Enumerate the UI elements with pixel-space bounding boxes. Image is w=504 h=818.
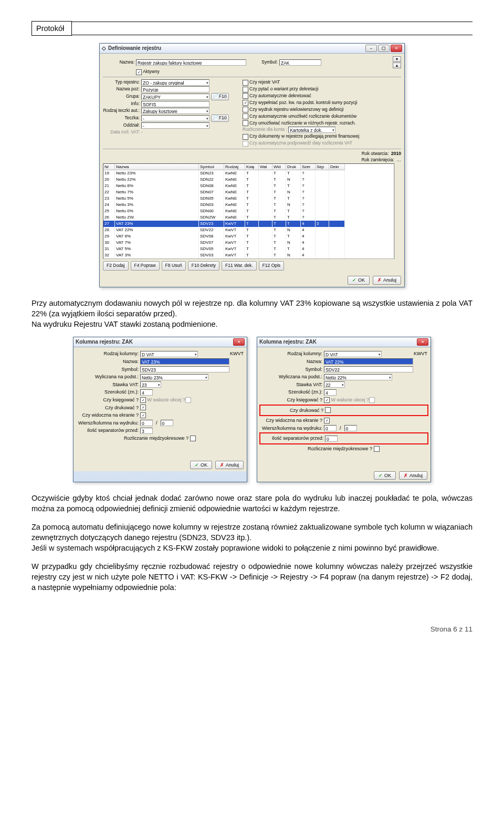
table-scrollbar[interactable] <box>394 163 401 259</box>
toolbar-button[interactable]: F4 Popraw <box>131 261 160 271</box>
paragraph-1: Przy automatycznym dodawaniu nowych pól … <box>32 298 472 330</box>
toolbar-button[interactable]: F12 Opis <box>259 261 285 271</box>
table-row[interactable]: 28VAT 22%SDV22KwVTTTN4 <box>103 227 394 233</box>
checkbox[interactable]: Czy pytać o wariant przy dekretacji <box>243 86 318 92</box>
table-row[interactable]: 21Netto 8%SDN08KwNETTT? <box>103 183 394 189</box>
checkbox[interactable] <box>190 436 196 441</box>
checkbox[interactable]: Czy rejestr VAT <box>243 79 280 86</box>
table-row[interactable]: 30VAT 7%SDV07KwVTTTN4 <box>103 240 394 246</box>
checkbox[interactable]: ✓ <box>324 397 330 403</box>
checkbox[interactable]: ✓ <box>140 397 146 403</box>
arrow-down-button[interactable]: ▼ <box>393 56 401 62</box>
table-row[interactable]: 27VAT 23%SDV23KwVTTTT43 <box>103 221 394 227</box>
dialog-kolumna-rejestru: Kolumna rejestru: ZAK×Rodzaj kolumny:D V… <box>73 337 247 482</box>
toolbar-button[interactable]: F8 Usuń <box>162 261 186 271</box>
checkbox[interactable]: ✓ <box>140 412 146 418</box>
table-row[interactable]: 22Netto 7%SDN07KwNETTN? <box>103 189 394 195</box>
window-title: Definiowanie rejestru <box>108 45 161 52</box>
close-button[interactable]: × <box>417 338 428 346</box>
checkbox[interactable]: ✓Czy wypełniać poz. kw. na podst. kontro… <box>243 100 358 106</box>
input-symbol[interactable]: ZAK <box>279 59 321 66</box>
input-nazwa[interactable]: Rejestr zakupu faktury kosztowe <box>136 59 246 66</box>
f10-button-1[interactable]: 📄F10 <box>211 93 229 100</box>
checkbox[interactable]: Czy dokumenty w rejestrze podlegają prem… <box>243 133 359 140</box>
table-row[interactable]: 32VAT 3%SDV03KwVTTTN4 <box>103 252 394 258</box>
table-row[interactable]: 29VAT 8%SDV08KwVTTTT4 <box>103 233 394 240</box>
checkbox[interactable] <box>325 407 331 413</box>
ok-button[interactable]: ✓OK <box>190 461 212 470</box>
close-button[interactable]: × <box>391 45 402 52</box>
checkbox: Czy automatyczna podpowiedź daty rozlicz… <box>243 140 352 147</box>
input-nazwa-poz[interactable]: Pozycje <box>141 86 209 92</box>
select-rodzaj-teczki[interactable]: Zakupy kosztowe <box>141 108 209 114</box>
paragraph-3: Oczywiście gdyby ktoś chciał jednak doda… <box>32 493 472 514</box>
input-nazwa[interactable]: VAT 23% <box>140 358 229 365</box>
select-teczka[interactable]: - <box>141 115 209 121</box>
checkbox[interactable]: Czy wydruk rejestru wielowierszowy wg de… <box>243 107 344 113</box>
checkbox[interactable]: Czy automatycznie dekretować <box>243 93 311 99</box>
table-row[interactable]: 24Netto 3%SDN03KwNETTN? <box>103 202 394 208</box>
close-button[interactable]: × <box>233 338 245 346</box>
toolbar-button[interactable]: F2 Dodaj <box>103 261 129 271</box>
input-info[interactable]: SOFIS <box>141 101 209 107</box>
page-footer: Strona 6 z 11 <box>32 625 472 635</box>
arrow-up-button[interactable]: ▲ <box>393 63 401 68</box>
checkbox <box>185 397 191 403</box>
checkbox <box>369 397 375 403</box>
paragraph-5: W przypadku gdy chcielibyśmy ręcznie roz… <box>32 561 472 593</box>
checkbox[interactable]: Czy umożliwiać rozliczanie w różnych rej… <box>243 120 356 127</box>
cancel-button[interactable]: ✗Anuluj <box>215 461 244 470</box>
titlebar: ◇ Definiowanie rejestru – ▢ × <box>100 44 404 54</box>
ok-button[interactable]: ✓OK <box>348 276 370 285</box>
checkbox-aktywny[interactable]: ✓Aktywny <box>136 69 160 75</box>
page-header: Protokół <box>32 21 472 36</box>
checkbox[interactable]: ✓ <box>324 418 330 423</box>
table-row[interactable]: 20Netto 22%SDN22KwNETTN? <box>103 177 394 183</box>
dialog-kolumna-rejestru: Kolumna rejestru: ZAK×Rodzaj kolumny:D V… <box>257 337 431 482</box>
label-symbol: Symbol: <box>246 59 279 66</box>
checkbox[interactable]: ✓ <box>140 405 146 410</box>
input-nazwa[interactable]: VAT 22% <box>324 358 413 365</box>
toolbar-button[interactable]: F10 Dekrety <box>188 261 219 271</box>
maximize-button[interactable]: ▢ <box>378 45 390 52</box>
select-typ-rejestru[interactable]: ZO - zakupy oryginał <box>141 79 209 86</box>
table-row[interactable]: 23Netto 5%SDN05KwNETTT? <box>103 195 394 202</box>
f10-button-2[interactable]: 📄F10 <box>211 115 229 122</box>
ok-button[interactable]: ✓OK <box>374 471 396 480</box>
table-row[interactable]: 19Netto 23%SDN23KwNETTT? <box>103 170 394 177</box>
app-icon: ◇ <box>102 45 106 52</box>
minimize-button[interactable]: – <box>365 45 377 52</box>
checkbox[interactable]: Czy automatycznie umożliwić rozliczanie … <box>243 113 356 120</box>
toolbar-button[interactable]: F11 War. dek. <box>222 261 257 271</box>
columns-table[interactable]: NrNazwaSymbolRodzajKsięWalWidDrukSzerSep… <box>103 163 394 259</box>
table-row[interactable]: 31VAT 5%SDV05KwVTTTT4 <box>103 246 394 252</box>
dialog-definiowanie-rejestru: ◇ Definiowanie rejestru – ▢ × Nazwa: Rej… <box>99 43 405 287</box>
paragraph-4: Za pomocą automatu definiującego nowe ko… <box>32 522 472 554</box>
table-row[interactable]: 25Netto 0%SDN00KwNETTT? <box>103 208 394 214</box>
checkbox[interactable] <box>374 446 380 452</box>
header-rule <box>72 22 472 35</box>
select-grupa[interactable]: ZAKUPY <box>141 94 209 100</box>
table-row[interactable]: 26Netto ZW.SDNZWKwNETTT? <box>103 214 394 221</box>
cancel-button[interactable]: ✗Anuluj <box>373 276 401 285</box>
select-oddzial[interactable]: - <box>141 122 209 129</box>
label-nazwa: Nazwa: <box>103 59 136 66</box>
cancel-button[interactable]: ✗Anuluj <box>399 471 427 480</box>
header-label: Protokół <box>32 21 72 36</box>
